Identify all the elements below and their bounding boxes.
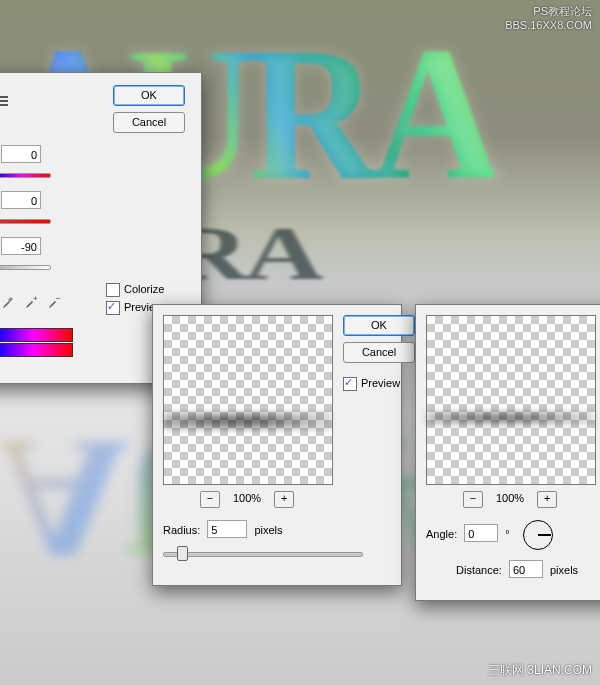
zoom-in-button[interactable]: + xyxy=(274,491,294,508)
saturation-slider[interactable] xyxy=(0,211,51,229)
radius-label: Radius: xyxy=(163,524,200,536)
saturation-field[interactable]: 0 xyxy=(1,191,41,209)
zoom-in-button[interactable]: + xyxy=(537,491,557,508)
motion-blur-dialog: OK Cancel P − 100% + Angle: 0 ° Distance… xyxy=(415,304,600,601)
hue-slider[interactable] xyxy=(0,165,51,183)
preview-checkbox[interactable]: Preview xyxy=(343,377,415,391)
preview-box[interactable] xyxy=(426,315,596,485)
distance-label: Distance: xyxy=(456,564,502,576)
zoom-level: 100% xyxy=(496,492,524,504)
eyedropper-plus-icon[interactable]: + xyxy=(24,293,40,309)
watermark-bottom: 三联网 3LIAN.COM xyxy=(488,662,592,679)
distance-field[interactable]: 60 xyxy=(509,560,543,578)
svg-text:−: − xyxy=(56,294,61,303)
lightness-slider[interactable] xyxy=(0,257,51,275)
zoom-level: 100% xyxy=(233,492,261,504)
cancel-button[interactable]: Cancel xyxy=(113,112,185,133)
radius-slider[interactable] xyxy=(163,544,363,562)
hue-colorbar-bottom xyxy=(0,343,73,357)
hue-field[interactable]: 0 xyxy=(1,145,41,163)
radius-unit: pixels xyxy=(254,524,282,536)
colorize-checkbox[interactable]: Colorize xyxy=(106,283,164,297)
watermark-top: PS教程论坛 BBS.16XX8.COM xyxy=(505,4,592,32)
distance-unit: pixels xyxy=(550,564,578,576)
angle-unit: ° xyxy=(505,528,509,540)
angle-label: Angle: xyxy=(426,528,457,540)
lightness-field[interactable]: -90 xyxy=(1,237,41,255)
eyedropper-icon[interactable] xyxy=(1,293,17,309)
watermark-line2: BBS.16XX8.COM xyxy=(505,18,592,32)
preview-label: Preview xyxy=(361,377,400,389)
svg-text:+: + xyxy=(33,294,38,303)
ok-button[interactable]: OK xyxy=(343,315,415,336)
colorize-label: Colorize xyxy=(124,283,164,295)
hue-colorbar-top xyxy=(0,328,73,342)
watermark-line1: PS教程论坛 xyxy=(505,4,592,18)
ok-button[interactable]: OK xyxy=(113,85,185,106)
angle-field[interactable]: 0 xyxy=(464,524,498,542)
gaussian-blur-dialog: OK Cancel Preview − 100% + Radius: 5 pix… xyxy=(152,304,402,586)
angle-dial[interactable] xyxy=(523,520,553,550)
zoom-out-button[interactable]: − xyxy=(200,491,220,508)
preset-menu-icon[interactable] xyxy=(0,94,8,110)
zoom-out-button[interactable]: − xyxy=(463,491,483,508)
preview-box[interactable] xyxy=(163,315,333,485)
cancel-button[interactable]: Cancel xyxy=(343,342,415,363)
radius-field[interactable]: 5 xyxy=(207,520,247,538)
eyedropper-minus-icon[interactable]: − xyxy=(47,293,63,309)
